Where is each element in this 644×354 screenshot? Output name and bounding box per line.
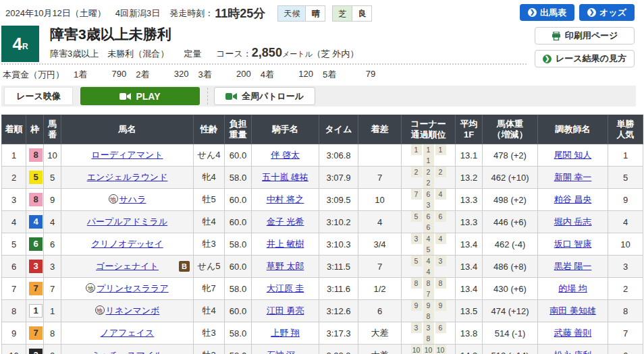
horse-weight: 430 (+6) xyxy=(483,278,538,300)
race-video-label: レース映像 xyxy=(16,90,61,102)
horse-name-link[interactable]: クリノオデッセイ xyxy=(91,239,163,249)
col-header-weight: 負担 重量 xyxy=(225,115,252,144)
horse-weight: 514 (-1) xyxy=(483,322,538,345)
odds-button[interactable]: ❯ オッズ xyxy=(579,4,635,21)
horse-name-link[interactable]: ローディアマント xyxy=(91,150,163,160)
horse-name-link[interactable]: サハラ xyxy=(119,194,146,204)
trainer-link[interactable]: 新開 幸一 xyxy=(554,172,592,182)
horse-no: 10 xyxy=(44,144,61,167)
horse-name-link[interactable]: ゴーシェナイト xyxy=(96,261,159,271)
corner-pos: 8 xyxy=(423,278,434,289)
jockey-link[interactable]: 石神 深一 xyxy=(267,350,304,354)
horse-name-link[interactable]: ミッチースマイル xyxy=(91,350,163,354)
corner-pos: 10 xyxy=(423,345,434,354)
race-number-suffix: R xyxy=(22,42,28,51)
play-button[interactable]: PLAY xyxy=(80,87,200,105)
race-number-box: 4 R xyxy=(1,26,39,62)
carried-weight: 58.0 xyxy=(225,278,252,300)
horse-name-cell: エンジェルラウンド xyxy=(61,167,194,189)
jockey-link[interactable]: 五十嵐 雄祐 xyxy=(262,172,308,182)
jockey-link[interactable]: 金子 光希 xyxy=(267,216,304,227)
patrol-video-button[interactable]: 全周パトロール xyxy=(214,87,315,105)
shutsuba-button[interactable]: ❯ 出馬表 xyxy=(520,4,574,21)
trainer-link[interactable]: 武藤 善則 xyxy=(554,328,592,338)
col-header-popularity: 単勝 人気 xyxy=(608,115,643,144)
col-header-margin: 着差 xyxy=(358,115,402,144)
print-page-button[interactable]: 印刷用ページ xyxy=(535,27,635,45)
course-distance: 2,850 xyxy=(252,46,282,60)
corner-pos: 3 xyxy=(411,233,422,244)
time: 3:11.5 xyxy=(319,256,358,278)
jockey-cell: 井上 敏樹 xyxy=(252,233,319,256)
prize-amount: 120 xyxy=(278,69,313,81)
race-title: 障害3歳以上未勝利 xyxy=(50,26,358,42)
race-conditions-line: 障害3歳以上 未勝利（混合） 定量 コース： 2,850 メートル （芝 外内） xyxy=(50,46,358,60)
horse-name-cell: パープルアドミラル xyxy=(61,211,194,233)
prize-place: 3着 xyxy=(198,69,211,81)
trainer-link[interactable]: 黒岩 陽一 xyxy=(554,261,592,271)
frame-badge: 8 xyxy=(29,148,43,162)
frame-cell: 6 xyxy=(26,233,44,256)
trainer-link[interactable]: 堀内 岳志 xyxy=(554,216,592,227)
jockey-link[interactable]: 上野 翔 xyxy=(271,328,300,338)
local-horse-mark: 地 xyxy=(86,283,95,293)
rank: 10 xyxy=(2,345,26,354)
patrol-label: 全周パトロール xyxy=(242,90,304,102)
table-row: 4 4 4 パープルアドミラル 牡4 60.0 金子 光希 3:10.2 4 5… xyxy=(2,211,643,233)
horse-name-link[interactable]: リネンマンボ xyxy=(106,305,160,316)
trainer-link[interactable]: 粕谷 昌央 xyxy=(554,194,592,204)
jockey-link[interactable]: 江田 勇亮 xyxy=(267,305,304,316)
jockey-link[interactable]: 大江原 圭 xyxy=(267,283,304,293)
race-video-button[interactable]: レース映像 xyxy=(4,87,73,105)
corner-pos: 1 xyxy=(435,144,446,155)
margin: 7 xyxy=(358,167,402,189)
prize-item: 3着 200 xyxy=(198,69,260,81)
trainer-cell: 的場 均 xyxy=(538,278,608,300)
trainer-link[interactable]: 的場 均 xyxy=(558,283,587,293)
col-header-trainer: 調教師名 xyxy=(538,115,608,144)
result-guide-label: レース結果の見方 xyxy=(556,53,626,65)
horse-name-link[interactable]: エンジェルラウンド xyxy=(87,172,168,182)
jockey-link[interactable]: 伴 啓太 xyxy=(271,150,300,160)
horse-weight: 462 (-4) xyxy=(483,233,538,256)
prize-item: 2着 320 xyxy=(136,69,198,81)
sex-age: せん4 xyxy=(194,144,225,167)
margin: 1/2 xyxy=(358,278,402,300)
weight-rule: 定量 xyxy=(184,48,201,60)
jockey-link[interactable]: 草野 太郎 xyxy=(267,261,304,271)
result-guide-button[interactable]: ❯ レース結果の見方 xyxy=(535,50,635,67)
turf-label: 芝 xyxy=(333,6,352,21)
margin: 大差 xyxy=(358,322,402,345)
jockey-link[interactable]: 井上 敏樹 xyxy=(267,239,304,249)
frame-cell: 8 xyxy=(26,189,44,211)
corner-pos: 7 xyxy=(411,189,422,200)
trainer-link[interactable]: 坂口 智康 xyxy=(554,239,592,249)
prize-place: 4着 xyxy=(261,69,274,81)
jockey-link[interactable]: 中村 将之 xyxy=(267,194,304,204)
popularity: 1 xyxy=(608,144,643,167)
horse-name-cell: 地リネンマンボ xyxy=(61,300,194,322)
carried-weight: 58.0 xyxy=(225,167,252,189)
prize-place: 5着 xyxy=(323,69,336,81)
sex-age: 牡5 xyxy=(194,189,225,211)
trainer-cell: 武藤 善則 xyxy=(538,322,608,345)
table-row: 5 6 6 クリノオデッセイ 牡3 58.0 井上 敏樹 3:10.3 3/4 … xyxy=(2,233,643,256)
horse-name-link[interactable]: ノアフェイス xyxy=(101,328,155,338)
trainer-link[interactable]: 南田 美知雄 xyxy=(549,305,596,316)
frame-badge: 3 xyxy=(29,260,43,273)
top-right-buttons: ❯ 出馬表 ❯ オッズ xyxy=(520,4,635,21)
corner-pos: 6 xyxy=(423,189,434,200)
corner-pos: 6 xyxy=(435,322,446,333)
horse-name-link[interactable]: パープルアドミラル xyxy=(87,216,167,227)
horse-no: 1 xyxy=(44,300,61,322)
carried-weight: 60.0 xyxy=(225,300,252,322)
col-header-frame: 枠 xyxy=(26,115,44,144)
corner-order-cell: 1111 xyxy=(402,144,456,167)
trainer-link[interactable]: 尾関 知人 xyxy=(554,150,592,160)
prize-amount: 200 xyxy=(216,69,251,81)
course-detail: （芝 外内） xyxy=(313,48,359,60)
local-horse-mark: 地 xyxy=(109,194,118,204)
trainer-link[interactable]: 松永 康利 xyxy=(554,350,592,354)
horse-name-link[interactable]: プリンセスララア xyxy=(97,283,168,293)
time: 3:07.9 xyxy=(319,167,358,189)
